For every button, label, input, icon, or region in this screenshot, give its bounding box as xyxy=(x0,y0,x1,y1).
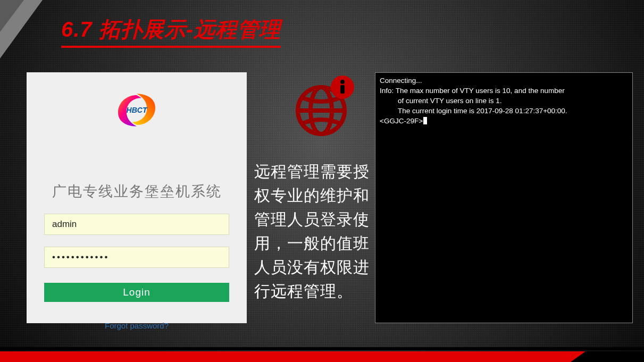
globe-info-icon xyxy=(292,74,356,138)
bottom-accent-bar xyxy=(0,351,644,362)
svg-point-5 xyxy=(340,80,345,84)
terminal-line: The current login time is 2017-09-28 01:… xyxy=(380,106,628,116)
hbct-logo-icon: HBCT xyxy=(113,91,161,129)
description-text: 远程管理需要授权专业的维护和管理人员登录使用，一般的值班人员没有权限进行远程管理… xyxy=(254,159,371,303)
terminal-cursor xyxy=(423,117,427,124)
bottom-accent-black xyxy=(586,351,644,362)
login-form: Login Forgot password? xyxy=(27,214,247,330)
corner-decoration-inner xyxy=(0,0,24,32)
login-button[interactable]: Login xyxy=(44,283,229,302)
svg-text:HBCT: HBCT xyxy=(127,106,148,114)
password-input[interactable] xyxy=(44,247,229,268)
terminal-line: of current VTY users on line is 1. xyxy=(380,96,628,106)
terminal-line: Connecting... xyxy=(380,76,628,86)
username-input[interactable] xyxy=(44,214,229,235)
terminal-line: Info: The max number of VTY users is 10,… xyxy=(380,86,628,96)
bottom-accent-triangle xyxy=(571,351,586,362)
login-panel: HBCT 广电专线业务堡垒机系统 Login Forgot password? xyxy=(27,72,247,323)
terminal-window: Connecting... Info: The max number of VT… xyxy=(375,72,633,323)
svg-rect-6 xyxy=(340,85,345,94)
slide-title: 6.7 拓扑展示-远程管理 xyxy=(61,15,281,48)
logo: HBCT xyxy=(27,91,247,129)
forgot-password-link[interactable]: Forgot password? xyxy=(44,321,229,330)
system-name: 广电专线业务堡垒机系统 xyxy=(27,182,247,201)
terminal-prompt[interactable]: <GGJC-29F> xyxy=(380,116,628,127)
